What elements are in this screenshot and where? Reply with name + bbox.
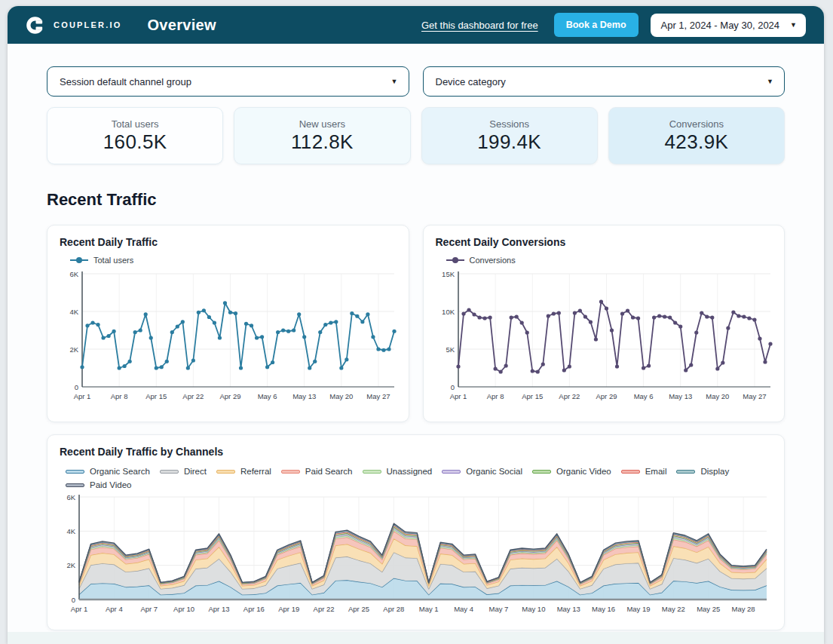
svg-text:Apr 15: Apr 15 [145,392,167,400]
kpi-row: Total users 160.5K New users 112.8K Sess… [47,107,785,164]
kpi-label: Sessions [489,118,529,130]
kpi-value: 423.9K [664,130,728,154]
svg-text:Apr 19: Apr 19 [278,605,299,613]
legend-item-paid-search: Paid Search [281,467,353,476]
chart-title: Recent Daily Traffic by Channels [60,446,772,458]
kpi-label: Conversions [669,118,724,130]
legend-label: Organic Video [556,467,611,476]
legend-label: Display [700,467,729,476]
traffic-by-channels-card: Recent Daily Traffic by Channels Organic… [47,434,785,630]
svg-text:Apr 1: Apr 1 [74,392,91,400]
svg-text:May 28: May 28 [732,605,755,613]
legend-swatch [216,470,235,474]
kpi-card-total-users: Total users 160.5K [47,107,223,164]
svg-text:0: 0 [75,383,78,391]
svg-text:Apr 22: Apr 22 [182,392,204,400]
kpi-value: 112.8K [291,130,354,154]
traffic-by-channels-chart: 02K4K6KApr 1Apr 4Apr 7Apr 10Apr 13Apr 16… [60,492,771,619]
svg-text:5K: 5K [446,345,455,354]
legend-label: Unassigned [387,467,433,476]
svg-text:May 6: May 6 [258,392,277,400]
svg-text:Apr 1: Apr 1 [449,392,467,400]
svg-text:6K: 6K [69,270,78,278]
svg-text:0: 0 [72,596,75,604]
filter-bar: Session default channel group ▼ Device c… [47,66,785,97]
legend-label: Email [645,467,667,476]
header: COUPLER.IO Overview Get this dashboard f… [8,6,824,44]
svg-text:May 25: May 25 [697,605,720,613]
svg-text:May 19: May 19 [626,605,650,613]
svg-text:Apr 7: Apr 7 [140,605,158,613]
coupler-logo-icon [26,15,46,35]
charts-row: Recent Daily Traffic Total users 02K4K6K… [47,225,785,422]
legend-swatch [621,470,640,474]
date-range-value: Apr 1, 2024 - May 30, 2024 [661,20,780,31]
legend-label: Total users [93,256,133,265]
svg-text:Apr 29: Apr 29 [219,392,240,400]
dashboard-frame: COUPLER.IO Overview Get this dashboard f… [8,6,824,644]
legend-swatch [66,470,84,474]
kpi-card-new-users: New users 112.8K [234,107,410,164]
svg-text:0: 0 [450,383,454,391]
svg-text:Apr 29: Apr 29 [596,392,617,400]
legend-swatch [281,470,300,474]
legend-item-organic-social: Organic Social [442,467,522,476]
chart-legend: Conversions [446,256,774,265]
svg-text:Apr 22: Apr 22 [559,392,580,400]
daily-conversions-chart: 05K10K15KApr 1Apr 8Apr 15Apr 22Apr 29May… [436,268,773,412]
legend-label: Paid Video [90,480,131,489]
legend-item-organic-search: Organic Search [66,467,150,476]
daily-traffic-card: Recent Daily Traffic Total users 02K4K6K… [47,225,409,422]
chevron-down-icon: ▼ [391,78,398,85]
legend-label: Organic Social [466,467,522,476]
svg-text:6K: 6K [66,493,75,501]
chevron-down-icon: ▼ [790,22,797,29]
legend-swatch [66,483,84,487]
svg-text:4K: 4K [69,308,78,316]
device-category-filter-label: Device category [436,76,506,87]
book-demo-button[interactable]: Book a Demo [554,13,639,37]
legend-item-display: Display [676,467,729,476]
svg-text:Apr 8: Apr 8 [486,392,504,400]
svg-text:May 10: May 10 [522,605,545,613]
brand-name: COUPLER.IO [54,20,121,29]
legend-label: Paid Search [305,467,353,476]
legend-swatch [676,470,695,474]
svg-text:May 20: May 20 [706,392,729,400]
svg-text:May 7: May 7 [489,605,509,613]
svg-text:Apr 22: Apr 22 [314,605,335,613]
svg-text:May 4: May 4 [454,605,473,613]
svg-text:May 27: May 27 [743,392,766,400]
legend-label: Direct [184,467,207,476]
chart-title: Recent Daily Conversions [436,236,774,248]
channels-legend: Organic SearchDirectReferralPaid SearchU… [66,467,744,489]
chart-title: Recent Daily Traffic [60,236,398,248]
svg-text:Apr 13: Apr 13 [208,605,229,613]
svg-text:Apr 1: Apr 1 [71,605,88,613]
kpi-label: Total users [112,118,159,130]
svg-text:May 20: May 20 [329,392,353,400]
device-category-filter[interactable]: Device category ▼ [423,66,786,97]
svg-text:4K: 4K [66,527,75,535]
kpi-value: 160.5K [103,130,167,154]
svg-text:May 1: May 1 [419,605,439,613]
daily-conversions-card: Recent Daily Conversions Conversions 05K… [423,225,786,422]
svg-text:Apr 16: Apr 16 [243,605,265,613]
kpi-card-conversions: Conversions 423.9K [608,107,785,164]
svg-text:Apr 4: Apr 4 [106,605,123,613]
date-range-picker[interactable]: Apr 1, 2024 - May 30, 2024 ▼ [651,14,806,37]
svg-text:Apr 25: Apr 25 [348,605,369,613]
svg-text:May 13: May 13 [669,392,692,400]
legend-item-direct: Direct [160,467,207,476]
svg-text:2K: 2K [69,345,78,354]
get-dashboard-link[interactable]: Get this dashboard for free [421,20,538,31]
svg-text:2K: 2K [66,561,75,569]
channel-group-filter[interactable]: Session default channel group ▼ [47,66,409,97]
svg-text:May 16: May 16 [592,605,615,613]
svg-text:Apr 10: Apr 10 [173,605,194,613]
legend-marker [70,257,88,263]
page-title: Overview [147,17,216,34]
svg-text:Apr 8: Apr 8 [111,392,128,400]
svg-text:May 13: May 13 [292,392,316,400]
svg-text:May 22: May 22 [662,605,685,613]
